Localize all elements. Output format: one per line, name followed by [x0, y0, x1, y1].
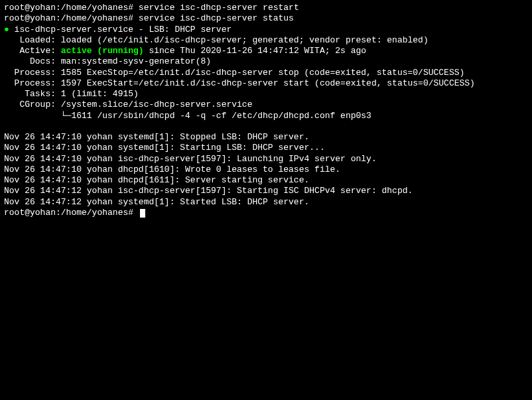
command-text: service isc-dhcp-server restart [139, 3, 299, 13]
tasks-line: Tasks: 1 (limit: 4915) [4, 89, 528, 100]
command-line-2: root@yohan:/home/yohanes# service isc-dh… [4, 13, 528, 24]
cursor-icon [140, 209, 145, 218]
prompt: root@yohan [4, 208, 56, 218]
log-line: Nov 26 14:47:10 yohan systemd[1]: Starti… [4, 143, 528, 153]
active-line: Active: active (running) since Thu 2020-… [4, 46, 528, 56]
prompt-line[interactable]: root@yohan:/home/yohanes# [4, 208, 528, 218]
loaded-line: Loaded: loaded (/etc/init.d/isc-dhcp-ser… [4, 35, 528, 46]
cgroup-line-2: └─1611 /usr/sbin/dhcpd -4 -q -cf /etc/dh… [4, 111, 528, 121]
service-header: ● isc-dhcp-server.service - LSB: DHCP se… [4, 25, 528, 35]
prompt: root@yohan [4, 3, 56, 13]
log-line: Nov 26 14:47:12 yohan systemd[1]: Starte… [4, 197, 528, 208]
command-text: service isc-dhcp-server status [139, 13, 294, 23]
command-line-1: root@yohan:/home/yohanes# service isc-dh… [4, 3, 528, 13]
log-line: Nov 26 14:47:10 yohan dhcpd[1610]: Wrote… [4, 165, 528, 175]
cgroup-line-1: CGroup: /system.slice/isc-dhcp-server.se… [4, 100, 528, 110]
process-line-2: Process: 1597 ExecStart=/etc/init.d/isc-… [4, 78, 528, 89]
log-line: Nov 26 14:47:10 yohan dhcpd[1611]: Serve… [4, 175, 528, 186]
log-line: Nov 26 14:47:12 yohan isc-dhcp-server[15… [4, 186, 528, 196]
log-line: Nov 26 14:47:10 yohan systemd[1]: Stoppe… [4, 132, 528, 143]
log-line: Nov 26 14:47:10 yohan isc-dhcp-server[15… [4, 154, 528, 165]
docs-line: Docs: man:systemd-sysv-generator(8) [4, 56, 528, 67]
terminal-output: root@yohan:/home/yohanes# service isc-dh… [4, 3, 528, 218]
prompt: root@yohan [4, 13, 56, 23]
active-status: active (running) [61, 46, 144, 56]
blank-line [4, 121, 528, 132]
process-line-1: Process: 1585 ExecStop=/etc/init.d/isc-d… [4, 68, 528, 78]
status-dot-icon: ● [4, 25, 9, 34]
